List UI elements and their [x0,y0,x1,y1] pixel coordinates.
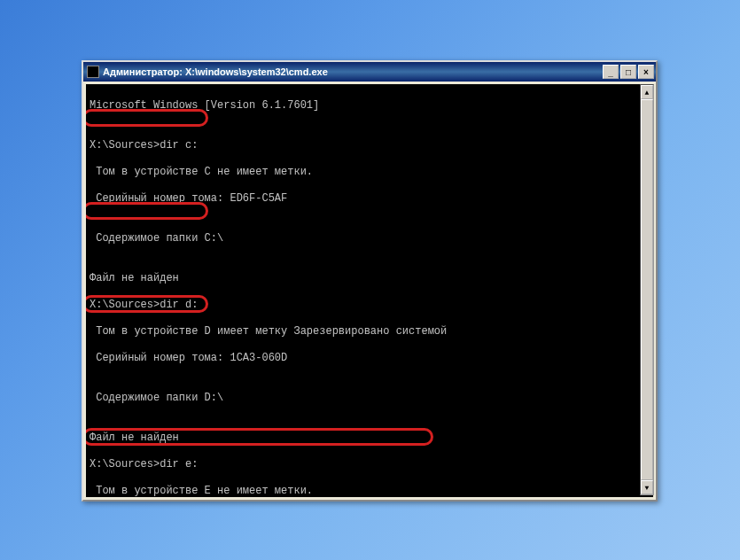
vol-e-line: Том в устройстве E не имеет метки. [90,485,650,497]
window-buttons: _ □ × [603,65,654,79]
vertical-scrollbar[interactable]: ▲ ▼ [640,84,654,495]
maximize-button[interactable]: □ [620,65,636,79]
scroll-track[interactable] [641,99,653,480]
prompt-dir-e: X:\Sources>dir e: [90,458,650,471]
prompt-dir-d: X:\Sources>dir d: [90,299,650,312]
terminal-output[interactable]: Microsoft Windows [Version 6.1.7601] X:\… [86,84,653,497]
vol-c-line: Том в устройстве C не имеет метки. [90,166,650,179]
window-title: Администратор: X:\windows\system32\cmd.e… [103,66,328,77]
serial-d-line: Серийный номер тома: 1CA3-060D [90,352,650,365]
content-d-line: Содержимое папки D:\ [90,392,650,405]
notfound-c: Файл не найден [90,272,650,285]
cmd-window: Администратор: X:\windows\system32\cmd.e… [82,60,658,502]
prompt-dir-c: X:\Sources>dir c: [90,139,650,152]
content-c-line: Содержимое папки C:\ [90,232,650,245]
version-line: Microsoft Windows [Version 6.1.7601] [90,99,650,113]
notfound-d: Файл не найден [90,432,650,445]
close-button[interactable]: × [638,65,654,79]
cmd-icon [87,66,99,78]
serial-c-line: Серийный номер тома: ED6F-C5AF [90,192,650,206]
scroll-up-button[interactable]: ▲ [641,85,653,99]
vol-d-line: Том в устройстве D имеет метку Зарезерви… [90,325,650,338]
minimize-button[interactable]: _ [603,65,619,79]
scroll-down-button[interactable]: ▼ [641,480,653,494]
scroll-thumb[interactable] [641,99,653,480]
title-left: Администратор: X:\windows\system32\cmd.e… [87,66,328,78]
titlebar[interactable]: Администратор: X:\windows\system32\cmd.e… [83,62,656,82]
